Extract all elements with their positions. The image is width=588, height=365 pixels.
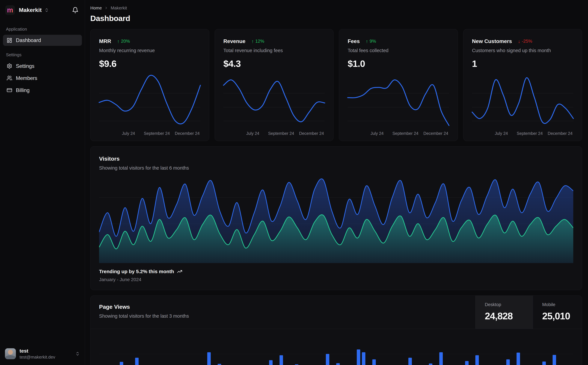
brand-name: Makerkit — [19, 6, 42, 14]
stat-cards-row: MRR ↑ 20% Monthly recurring revenue $9.6… — [90, 29, 582, 141]
x-tick: July 24 — [122, 131, 135, 136]
trend-badge: ↑ 20% — [117, 38, 130, 45]
breadcrumb-home[interactable]: Home — [90, 5, 102, 11]
bar — [429, 364, 432, 365]
bar — [336, 363, 340, 365]
x-tick: December 24 — [299, 131, 324, 136]
notifications-button[interactable] — [71, 6, 80, 14]
visitors-trend-text: Trending up by 5.2% this month — [99, 268, 174, 275]
x-tick: September 24 — [144, 131, 170, 136]
visitors-area-chart — [99, 176, 573, 263]
workspace-switcher[interactable]: m Makerkit — [5, 5, 49, 15]
bar — [207, 352, 211, 365]
stat-subtitle: Total revenue including fees — [223, 47, 325, 54]
stat-title: MRR — [99, 38, 111, 45]
spark-x-axis: July 24 September 24 December 24 — [99, 131, 201, 136]
page-title: Dashboard — [90, 13, 582, 24]
bar — [269, 360, 273, 365]
page-views-subtitle: Showing total visitors for the last 3 mo… — [99, 313, 467, 320]
bar — [475, 355, 479, 365]
spark-x-axis: July 24 September 24 December 24 — [223, 131, 325, 136]
stat-card-new-customers: New Customers ↓ -25% Customers who signe… — [463, 29, 582, 141]
chevrons-up-down-icon — [44, 8, 49, 12]
user-menu[interactable]: test test@makerkit.dev — [3, 346, 82, 361]
bar — [326, 354, 329, 365]
user-name: test — [20, 348, 55, 354]
users-icon — [7, 75, 12, 81]
spark-x-axis: July 24 September 24 December 24 — [472, 131, 574, 136]
x-tick: December 24 — [548, 131, 573, 136]
x-tick: September 24 — [517, 131, 543, 136]
x-tick: July 24 — [246, 131, 259, 136]
stat-subtitle: Customers who signed up this month — [472, 47, 574, 54]
trend-badge: ↑ 12% — [251, 38, 264, 45]
page-views-header: Page Views Showing total visitors for th… — [90, 296, 582, 329]
visitors-title: Visitors — [99, 155, 573, 163]
toggle-desktop-value: 24,828 — [485, 309, 524, 323]
sidebar-item-dashboard[interactable]: Dashboard — [3, 35, 82, 46]
arrow-up-icon: ↑ — [251, 38, 254, 45]
page-views-bar-chart — [99, 330, 573, 365]
bar — [362, 352, 365, 365]
x-tick: September 24 — [393, 131, 418, 136]
stat-title: New Customers — [472, 38, 512, 45]
trend-value: 12% — [255, 38, 264, 44]
bar — [357, 350, 360, 365]
x-tick: July 24 — [495, 131, 508, 136]
sidebar-section-application: Application — [6, 26, 79, 32]
credit-card-icon — [7, 87, 12, 93]
sidebar: m Makerkit Application Dashboard Setting… — [0, 0, 85, 365]
bar — [517, 353, 520, 365]
bar — [465, 361, 469, 365]
trend-value: 9% — [369, 38, 376, 44]
sidebar-header: m Makerkit — [3, 4, 82, 16]
breadcrumb: Home Makerkit — [90, 5, 582, 11]
breadcrumb-current: Makerkit — [111, 5, 127, 11]
chevrons-up-down-icon — [75, 351, 80, 356]
toggle-mobile-value: 25,010 — [542, 309, 573, 323]
bar — [135, 358, 138, 365]
user-email: test@makerkit.dev — [20, 355, 55, 360]
toggle-mobile[interactable]: Mobile 25,010 — [533, 296, 582, 329]
stat-title: Revenue — [223, 38, 245, 45]
toggle-desktop[interactable]: Desktop 24,828 — [475, 296, 533, 329]
stat-value: $9.6 — [99, 57, 201, 70]
sidebar-item-label: Settings — [16, 63, 35, 70]
user-avatar — [5, 348, 16, 359]
stat-subtitle: Monthly recurring revenue — [99, 47, 201, 54]
x-tick: July 24 — [371, 131, 384, 136]
revenue-sparkline-chart — [223, 71, 325, 129]
new-customers-sparkline-chart — [472, 71, 574, 129]
stat-value: $1.0 — [348, 57, 449, 70]
trend-value: 20% — [121, 38, 130, 44]
arrow-up-icon: ↑ — [366, 38, 368, 45]
toggle-mobile-label: Mobile — [542, 302, 573, 308]
sidebar-item-label: Billing — [16, 87, 30, 94]
bar — [542, 362, 546, 365]
stat-card-mrr: MRR ↑ 20% Monthly recurring revenue $9.6… — [90, 29, 209, 141]
bar — [295, 364, 298, 365]
bar — [218, 364, 221, 365]
bar — [120, 362, 123, 365]
sidebar-item-label: Dashboard — [16, 37, 41, 44]
trending-up-icon — [177, 269, 182, 274]
sidebar-item-members[interactable]: Members — [3, 73, 82, 84]
bar — [408, 358, 412, 365]
fees-sparkline-chart — [348, 71, 449, 129]
gear-icon — [7, 63, 12, 69]
stat-value: 1 — [472, 57, 574, 70]
app-root: m Makerkit Application Dashboard Setting… — [0, 0, 588, 365]
x-tick: September 24 — [268, 131, 294, 136]
dashboard-icon — [7, 38, 12, 43]
x-tick: December 24 — [175, 131, 200, 136]
sidebar-section-settings: Settings — [6, 52, 79, 58]
brand-logo-letter: m — [7, 5, 13, 15]
bar — [372, 359, 376, 365]
sidebar-item-billing[interactable]: Billing — [3, 85, 82, 96]
bar — [439, 352, 443, 365]
trend-value: -25% — [522, 38, 532, 44]
page-views-card: Page Views Showing total visitors for th… — [90, 295, 582, 365]
sidebar-item-settings[interactable]: Settings — [3, 61, 82, 72]
arrow-up-icon: ↑ — [117, 38, 120, 45]
stat-card-revenue: Revenue ↑ 12% Total revenue including fe… — [215, 29, 334, 141]
